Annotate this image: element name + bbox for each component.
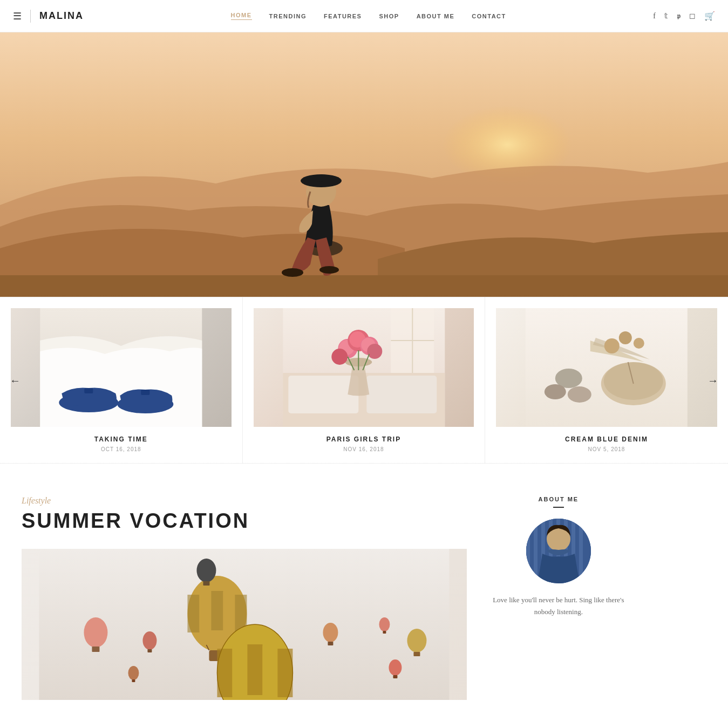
sidebar-about-title: ABOUT ME [488,496,629,502]
svg-point-40 [634,338,644,349]
svg-point-51 [196,559,216,582]
sidebar-avatar [526,519,591,583]
svg-point-24 [331,349,348,365]
svg-rect-58 [328,642,333,645]
svg-rect-52 [203,581,209,586]
lower-section: Lifestyle SUMMER VOCATION [0,464,728,728]
facebook-icon[interactable]: f [653,12,656,21]
article-section: Lifestyle SUMMER VOCATION [22,496,467,700]
post-card-image-paris [254,308,474,427]
svg-rect-54 [92,647,99,652]
svg-point-34 [604,362,663,400]
carousel-prev-button[interactable]: ← [5,370,25,391]
post-card-date-paris: NOV 16, 2018 [254,446,474,452]
objects-svg [496,308,717,427]
post-card-title-paris: PARIS GIRLS TRIP [254,436,474,443]
nav-trending[interactable]: TRENDING [269,13,307,19]
svg-point-61 [379,617,390,631]
svg-rect-10 [84,388,93,393]
pinterest-icon[interactable]: 𝖕 [677,12,681,21]
post-cards-container: TAKING TIME OCT 16, 2018 [0,297,728,464]
site-logo[interactable]: MALINA [39,10,84,22]
carousel-section: ← → [0,297,728,464]
svg-rect-43 [187,595,199,632]
svg-rect-45 [211,591,223,630]
svg-point-25 [367,344,382,359]
post-card-cream-blue-denim[interactable]: CREAM BLUE DENIM NOV 5, 2018 [485,297,728,463]
header-right: f 𝕥 𝖕 ◻ 🛒 [653,11,715,21]
article-title: SUMMER VOCATION [22,510,467,533]
svg-rect-89 [534,519,538,583]
nav-home[interactable]: HOME [231,12,252,20]
svg-rect-12 [141,390,149,395]
article-category: Lifestyle [22,496,467,506]
post-card-title-denim: CREAM BLUE DENIM [496,436,717,443]
svg-point-36 [545,384,566,399]
post-card-date-taking-time: OCT 16, 2018 [11,446,232,452]
svg-rect-62 [383,631,386,634]
header-left: ☰ MALINA [13,10,84,23]
sidebar-divider [553,507,564,508]
balloon-scene-svg [22,549,467,700]
article-image[interactable] [22,549,467,700]
svg-point-38 [604,338,620,353]
carousel-wrapper: ← → [0,297,728,464]
post-card-image-denim [496,308,717,427]
svg-rect-16 [366,376,437,413]
svg-point-39 [619,331,632,344]
shoes-svg [11,308,232,427]
hero-section [0,32,728,297]
avatar-svg [526,519,591,583]
nav-features[interactable]: FEATURES [324,13,362,19]
sidebar-bio: Love like you'll never be hurt. Sing lik… [488,594,629,618]
svg-point-4 [282,268,303,277]
svg-rect-60 [413,652,420,656]
svg-point-63 [128,666,139,680]
svg-rect-44 [199,592,211,631]
svg-rect-88 [526,519,530,583]
cart-icon[interactable]: 🛒 [704,11,715,21]
nav-about-me[interactable]: ABOUT ME [417,13,455,19]
post-card-paris-girls-trip[interactable]: PARIS GIRLS TRIP NOV 16, 2018 [243,297,486,463]
svg-rect-64 [132,679,135,682]
svg-rect-67 [232,646,247,696]
sidebar-section: ABOUT ME [488,496,629,700]
hero-scene-svg [0,32,728,297]
twitter-icon[interactable]: 𝕥 [664,11,668,21]
site-header: ☰ MALINA HOME TRENDING FEATURES SHOP ABO… [0,0,728,32]
svg-rect-69 [262,646,277,696]
nav-contact[interactable]: CONTACT [472,13,506,19]
svg-point-5 [319,266,339,274]
svg-point-59 [407,629,426,652]
svg-rect-56 [147,649,152,652]
post-card-date-denim: NOV 5, 2018 [496,446,717,452]
svg-rect-2 [0,275,728,297]
svg-point-75 [389,659,402,676]
svg-point-57 [323,623,338,642]
menu-icon[interactable]: ☰ [13,10,22,22]
svg-point-37 [568,386,591,403]
svg-rect-46 [223,592,235,631]
post-card-image-taking-time [11,308,232,427]
post-card-title-taking-time: TAKING TIME [11,436,232,443]
svg-rect-32 [526,308,688,427]
main-nav: HOME TRENDING FEATURES SHOP ABOUT ME CON… [231,12,506,20]
nav-shop[interactable]: SHOP [379,13,399,19]
post-card-taking-time[interactable]: TAKING TIME OCT 16, 2018 [0,297,243,463]
svg-point-53 [84,617,107,648]
header-divider [30,10,31,23]
instagram-icon[interactable]: ◻ [689,11,696,21]
svg-point-55 [142,631,157,650]
carousel-next-button[interactable]: → [703,370,723,391]
svg-rect-76 [393,675,397,678]
flowers-svg [254,308,474,427]
svg-rect-68 [247,644,262,695]
